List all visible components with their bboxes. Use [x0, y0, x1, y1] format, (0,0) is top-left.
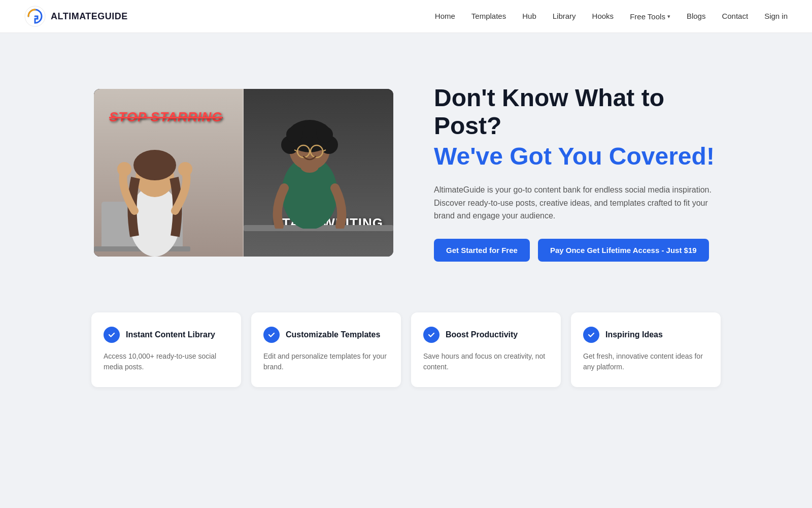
hero-buttons: Get Started for Free Pay Once Get Lifeti… [434, 239, 718, 262]
nav-library[interactable]: Library [553, 12, 576, 20]
feature-header-4: Inspiring Ideas [583, 327, 708, 343]
feature-card-templates: Customizable Templates Edit and personal… [251, 312, 401, 387]
hero-image-right [244, 89, 393, 257]
hero-description: AltimateGuide is your go-to content bank… [434, 183, 718, 223]
feature-header-2: Customizable Templates [263, 327, 389, 343]
feature-title-4: Inspiring Ideas [605, 330, 663, 339]
svg-point-19 [300, 161, 319, 173]
feature-card-productivity: Boost Productivity Save hours and focus … [411, 312, 561, 387]
hero-content: Don't Know What to Post? We've Got You C… [434, 84, 718, 262]
feature-header-3: Boost Productivity [423, 327, 549, 343]
nav-free-tools-label[interactable]: Free Tools [630, 12, 665, 21]
nav-signin[interactable]: Sign in [764, 12, 788, 20]
feature-title-2: Customizable Templates [286, 330, 380, 339]
check-icon-3 [423, 327, 439, 343]
logo-text: ALTIMATEGUIDE [51, 11, 128, 22]
nav-links: Home Templates Hub Library Hooks Free To… [435, 12, 788, 21]
nav-free-tools[interactable]: Free Tools ▾ [630, 12, 670, 21]
logo[interactable]: ALTIMATEGUIDE [24, 6, 128, 27]
lifetime-access-button[interactable]: Pay Once Get Lifetime Access - Just $19 [538, 239, 709, 262]
check-icon-2 [263, 327, 280, 343]
feature-title-1: Instant Content Library [126, 330, 215, 339]
svg-point-12 [317, 126, 333, 143]
nav-home[interactable]: Home [435, 12, 455, 20]
feature-card-instant-content: Instant Content Library Access 10,000+ r… [91, 312, 241, 387]
feature-desc-1: Access 10,000+ ready-to-use social media… [104, 351, 229, 373]
navbar: ALTIMATEGUIDE Home Templates Hub Library… [0, 0, 812, 33]
nav-templates[interactable]: Templates [471, 12, 506, 20]
svg-point-13 [302, 124, 317, 138]
feature-desc-4: Get fresh, innovative content ideas for … [583, 351, 708, 373]
svg-point-11 [286, 126, 302, 143]
svg-point-3 [133, 150, 176, 180]
nav-hub[interactable]: Hub [522, 12, 536, 20]
hero-section: STOP STARRING START WRITING Don't Know W… [51, 33, 761, 302]
svg-point-4 [117, 162, 131, 176]
chevron-down-icon: ▾ [667, 13, 670, 20]
feature-header-1: Instant Content Library [104, 327, 229, 343]
check-icon-1 [104, 327, 120, 343]
feature-card-ideas: Inspiring Ideas Get fresh, innovative co… [571, 312, 721, 387]
hero-title-line1: Don't Know What to Post? [434, 84, 718, 140]
get-started-free-button[interactable]: Get Started for Free [434, 239, 530, 262]
hero-image: STOP STARRING START WRITING [94, 89, 393, 257]
features-section: Instant Content Library Access 10,000+ r… [51, 302, 761, 428]
check-icon-4 [583, 327, 599, 343]
nav-contact[interactable]: Contact [722, 12, 748, 20]
feature-desc-2: Edit and personalize templates for your … [263, 351, 389, 373]
feature-title-3: Boost Productivity [446, 330, 518, 339]
nav-hooks[interactable]: Hooks [592, 12, 614, 20]
hero-title-line2: We've Got You Covered! [434, 142, 718, 171]
svg-point-5 [178, 162, 192, 176]
nav-blogs[interactable]: Blogs [687, 12, 706, 20]
feature-desc-3: Save hours and focus on creativity, not … [423, 351, 549, 373]
